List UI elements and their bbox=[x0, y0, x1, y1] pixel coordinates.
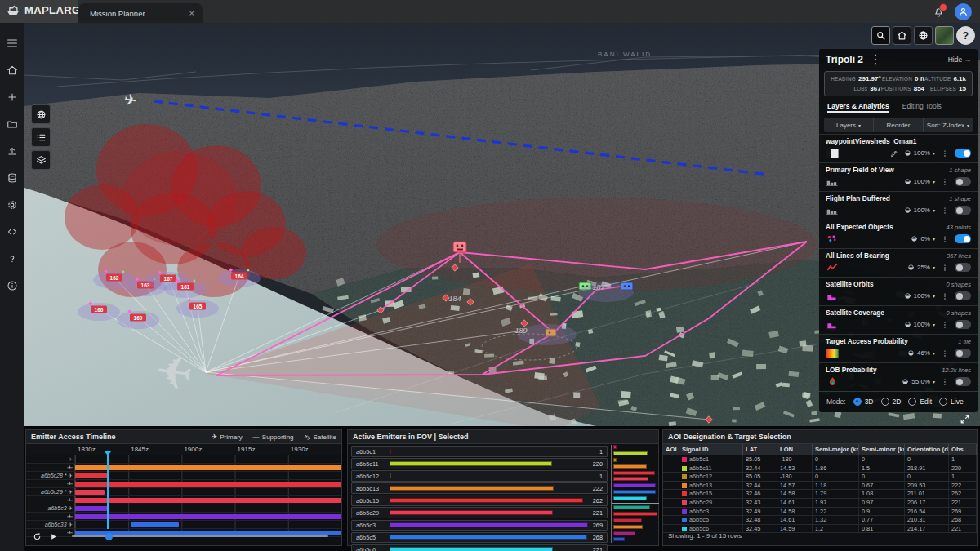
map-tool-legend-icon[interactable] bbox=[31, 127, 51, 147]
layer-menu-icon[interactable] bbox=[941, 292, 949, 300]
layer-menu-icon[interactable] bbox=[941, 378, 949, 386]
control-sort[interactable]: Sort: Z-Index ▾ bbox=[924, 118, 973, 132]
tab-mission-planner[interactable]: Mission Planner × bbox=[78, 3, 203, 23]
user-avatar[interactable] bbox=[955, 3, 972, 20]
emitter-row[interactable]: a6b5c15262 bbox=[351, 495, 608, 506]
timeline-row[interactable] bbox=[26, 480, 341, 488]
mode-option-3d[interactable]: 3D bbox=[853, 398, 874, 406]
aoi-col-header[interactable]: Signal ID bbox=[679, 444, 743, 455]
emitter-row[interactable]: a6b5c29221 bbox=[351, 507, 608, 518]
emitter-row[interactable]: a6b5c11220 bbox=[351, 458, 608, 469]
timeline-row[interactable]: a6b5c29 *✈ bbox=[26, 488, 341, 496]
aoi-table-row[interactable]: a6b5c1532.4614.581.791.08211.01262 bbox=[663, 490, 977, 499]
sidebar-add-icon[interactable] bbox=[7, 83, 18, 110]
layer-opacity-dropdown[interactable]: 100%▾ bbox=[904, 292, 935, 300]
replay-button[interactable] bbox=[33, 532, 42, 541]
map-toolbar-basemap-icon[interactable] bbox=[935, 26, 954, 45]
map-toolbar-search-icon[interactable] bbox=[871, 26, 890, 45]
layer-row[interactable]: Satellite Coverage0 shapes100%▾ bbox=[819, 305, 978, 334]
app-logo[interactable]: MAPLARGE bbox=[6, 2, 88, 17]
layer-row[interactable]: All Expected Objects43 points0%▾ bbox=[819, 220, 978, 248]
playhead-marker[interactable] bbox=[104, 451, 112, 455]
aoi-table-row[interactable]: a6b5c185.05-1800001 bbox=[663, 455, 977, 464]
layer-edit-icon[interactable] bbox=[890, 149, 898, 158]
layer-visibility-toggle[interactable] bbox=[955, 349, 971, 358]
timeline-row[interactable]: ✈ bbox=[26, 455, 341, 464]
panel-menu-icon[interactable]: ⋮ bbox=[869, 51, 882, 67]
tab-close-icon[interactable]: × bbox=[189, 8, 194, 18]
sidebar-settings-icon[interactable] bbox=[7, 191, 18, 218]
control-reorder[interactable]: Reorder bbox=[874, 118, 924, 132]
emitter-row[interactable]: a6b5c3269 bbox=[351, 520, 608, 531]
layer-menu-icon[interactable] bbox=[941, 349, 949, 358]
notifications-bell-icon[interactable] bbox=[933, 6, 945, 18]
playhead-line[interactable] bbox=[107, 455, 109, 529]
time-slider[interactable] bbox=[72, 535, 328, 537]
aoi-table-row[interactable]: a6b5c1332.4414.571.180.67209.53222 bbox=[663, 482, 977, 491]
layer-opacity-dropdown[interactable]: 25%▾ bbox=[907, 264, 935, 271]
mode-option-live[interactable]: Live bbox=[939, 398, 964, 406]
play-button[interactable] bbox=[49, 532, 58, 541]
aoi-table-row[interactable]: a6b5c532.4814.611.320.77210.31268 bbox=[663, 516, 977, 525]
map-toolbar-globe-icon[interactable] bbox=[914, 26, 933, 45]
aoi-table-row[interactable]: a6b5c332.4914.581.220.9216.54269 bbox=[663, 508, 977, 517]
aoi-table-row[interactable]: a6b5c1132.4414.531.861.5218.91220 bbox=[663, 464, 977, 473]
sidebar-info-icon[interactable] bbox=[7, 272, 18, 299]
fullscreen-expand-icon[interactable] bbox=[960, 414, 970, 424]
map-tool-layers-icon[interactable] bbox=[31, 150, 51, 170]
emitter-row[interactable]: a6b5c121 bbox=[351, 470, 608, 482]
primary-aircraft-icon[interactable]: ✈ bbox=[151, 344, 196, 401]
layer-row[interactable]: LOB Probability12.2k lines55.0%▾ bbox=[819, 362, 978, 391]
layer-visibility-toggle[interactable] bbox=[955, 234, 971, 243]
layer-row[interactable]: Satellite Orbits0 shapes100%▾ bbox=[819, 277, 978, 305]
layer-visibility-toggle[interactable] bbox=[955, 206, 971, 215]
layer-menu-icon[interactable] bbox=[941, 321, 949, 329]
layer-row[interactable]: Flight Plan Buffered1 shape100%▾ bbox=[819, 191, 978, 220]
tab-layers-analytics[interactable]: Layers & Analytics bbox=[827, 102, 889, 113]
layer-visibility-toggle[interactable] bbox=[955, 320, 971, 329]
aoi-col-header[interactable]: LON bbox=[777, 444, 813, 455]
timeline-row[interactable]: a6b5c28 *✈ bbox=[26, 472, 341, 480]
aoi-col-header[interactable]: Obs. bbox=[949, 444, 977, 455]
layer-opacity-dropdown[interactable]: 0%▾ bbox=[911, 235, 935, 242]
layer-menu-icon[interactable] bbox=[941, 235, 949, 243]
emitter-row[interactable]: a6b5c5268 bbox=[351, 532, 608, 544]
layer-opacity-dropdown[interactable]: 46%▾ bbox=[907, 349, 935, 357]
aoi-col-header[interactable]: Semi-major (km) bbox=[813, 444, 859, 455]
sidebar-menu-icon[interactable] bbox=[6, 29, 19, 56]
layer-opacity-dropdown[interactable]: 100%▾ bbox=[904, 207, 935, 214]
layer-row[interactable]: All Lines of Bearing367 lines25%▾ bbox=[819, 248, 978, 277]
aoi-col-header[interactable]: AOI bbox=[663, 444, 679, 455]
aoi-col-header[interactable]: Semi-minor (km) bbox=[859, 444, 905, 455]
sidebar-database-icon[interactable] bbox=[7, 164, 18, 191]
sidebar-upload-icon[interactable] bbox=[7, 137, 18, 164]
map-tool-globe-icon[interactable] bbox=[31, 104, 51, 124]
layer-opacity-dropdown[interactable]: 55.0%▾ bbox=[902, 378, 935, 385]
panel-hide-button[interactable]: Hide → bbox=[948, 56, 971, 64]
emitter-row[interactable]: a6b5c11 bbox=[351, 446, 608, 457]
aoi-col-header[interactable]: LAT bbox=[743, 444, 777, 455]
layer-menu-icon[interactable] bbox=[941, 264, 949, 272]
layer-menu-icon[interactable] bbox=[941, 178, 949, 186]
layer-visibility-toggle[interactable] bbox=[955, 177, 971, 186]
aoi-table-row[interactable]: a6b5c2932.4314.611.970.97206.17221 bbox=[663, 499, 977, 508]
emitter-row[interactable]: a6b5c13222 bbox=[351, 482, 608, 494]
time-slider-handle[interactable] bbox=[105, 533, 113, 540]
layer-opacity-dropdown[interactable]: 100%▾ bbox=[904, 178, 935, 185]
mode-option-2d[interactable]: 2D bbox=[881, 398, 902, 406]
layer-menu-icon[interactable] bbox=[941, 149, 949, 158]
aoi-table-row[interactable]: a6b5c1285.05-1800001 bbox=[663, 473, 977, 482]
tab-editing-tools[interactable]: Editing Tools bbox=[902, 102, 942, 113]
layer-opacity-dropdown[interactable]: 100%▾ bbox=[904, 149, 935, 157]
sidebar-code-icon[interactable] bbox=[7, 218, 18, 245]
timeline-row[interactable] bbox=[26, 513, 341, 521]
timeline-row[interactable] bbox=[26, 464, 341, 472]
control-layers[interactable]: Layers ▾ bbox=[824, 118, 874, 132]
map-toolbar-home-icon[interactable] bbox=[893, 26, 911, 45]
layer-visibility-toggle[interactable] bbox=[955, 377, 971, 386]
layer-row[interactable]: Primary Field of View1 shape100%▾ bbox=[819, 162, 978, 191]
timeline-row[interactable] bbox=[26, 496, 341, 504]
sidebar-folder-icon[interactable] bbox=[7, 110, 18, 137]
emitter-row[interactable]: a6b5c6221 bbox=[351, 544, 608, 551]
layer-opacity-dropdown[interactable]: 100%▾ bbox=[904, 321, 935, 328]
